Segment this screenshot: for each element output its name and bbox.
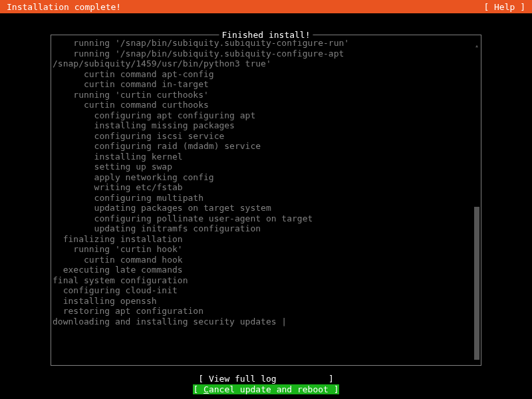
scrollbar-thumb[interactable]	[474, 207, 479, 360]
log-line: configuring multipath	[53, 193, 475, 203]
log-line: configuring pollinate user-agent on targ…	[53, 213, 475, 224]
log-line: curtin command in-target	[53, 79, 475, 90]
log-line: downloading and installing security upda…	[53, 317, 475, 327]
log-line: configuring raid (mdadm) service	[53, 141, 475, 152]
log-line: running '/snap/bin/subiquity.subiquity-c…	[53, 49, 475, 59]
log-line: updating packages on target system	[53, 203, 475, 213]
log-line: setting up swap	[53, 162, 475, 172]
log-line: configuring apt configuring apt	[53, 110, 475, 121]
header-bar: Installation complete! [ Help ]	[0, 0, 532, 13]
scroll-up-icon[interactable]: ▴	[474, 42, 479, 50]
log-line: curtin command curthooks	[53, 100, 475, 110]
log-line: updating initramfs configuration	[53, 223, 475, 234]
content-area: Finished install! running '/snap/bin/sub…	[0, 13, 532, 399]
log-line: running 'curtin curthooks'	[53, 90, 475, 100]
log-line: installing missing packages	[53, 120, 475, 131]
scrollbar[interactable]: ▴	[474, 42, 479, 361]
log-line: apply networking config	[53, 172, 475, 183]
log-line: restoring apt configuration	[53, 306, 475, 317]
log-line: finalizing installation	[53, 234, 475, 245]
hotkey-c: C	[203, 384, 209, 394]
log-line: /snap/subiquity/1459/usr/bin/python3 tru…	[53, 59, 475, 69]
log-line: curtin command hook	[53, 255, 475, 265]
log-output: running '/snap/bin/subiquity.subiquity-c…	[53, 38, 475, 327]
button-area: [ View full log ] [ Cancel update and re…	[51, 374, 481, 395]
log-line: configuring iscsi service	[53, 131, 475, 142]
log-line: curtin command apt-config	[53, 69, 475, 80]
cancel-update-reboot-button[interactable]: [ Cancel update and reboot ]	[51, 384, 481, 395]
log-box: Finished install! running '/snap/bin/sub…	[51, 35, 481, 366]
log-line: configuring cloud-init	[53, 285, 475, 296]
header-title: Installation complete!	[5, 2, 121, 12]
log-line: running 'curtin hook'	[53, 244, 475, 255]
log-line: writing etc/fstab	[53, 182, 475, 193]
log-line: final system configuration	[53, 275, 475, 286]
help-button[interactable]: [ Help ]	[483, 2, 527, 12]
log-line: installing openssh	[53, 296, 475, 307]
log-box-title: Finished install!	[219, 30, 313, 40]
view-full-log-button[interactable]: [ View full log ]	[51, 374, 481, 384]
log-line: executing late commands	[53, 265, 475, 275]
log-line: installing kernel	[53, 152, 475, 162]
